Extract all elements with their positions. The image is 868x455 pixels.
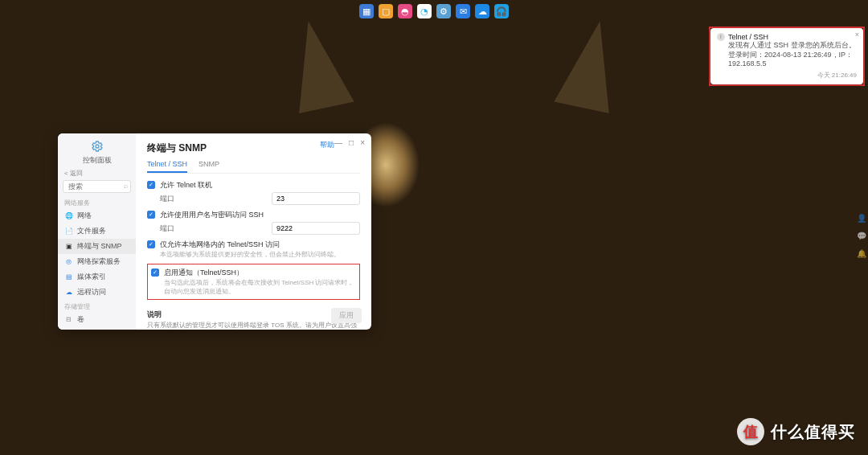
notification-body: 发现有人通过 SSH 登录您的系统后台。登录时间：2024-08-13 21:2… xyxy=(728,41,857,69)
label-telnet: 允许 Telnet 联机 xyxy=(160,180,360,191)
dock-app-clock[interactable]: ◔ xyxy=(417,4,432,18)
dock-app-support[interactable]: 🎧 xyxy=(494,4,509,18)
help-link[interactable]: 帮助 xyxy=(320,140,334,150)
checkbox-telnet[interactable]: ✓ xyxy=(147,181,155,189)
dock-app-chat[interactable]: ☁ xyxy=(475,4,489,18)
sidebar-item-file-service[interactable]: 📄文件服务 xyxy=(58,223,136,239)
sidebar-group-storage: 存储管理 xyxy=(58,300,136,312)
row-local-only: ✓ 仅允许本地网络内的 Telnet/SSH 访问 本选项能够为系统提供更好的安… xyxy=(147,240,360,259)
input-ssh-port[interactable] xyxy=(272,222,360,235)
notification-time: 今天 21:26:49 xyxy=(717,71,857,80)
svg-point-0 xyxy=(96,145,99,148)
sidebar-item-discovery[interactable]: ◎网络探索服务 xyxy=(58,254,136,269)
checkbox-local-only[interactable]: ✓ xyxy=(147,240,155,248)
label-notify: 启用通知（Telnet/SSH） xyxy=(164,268,356,278)
info-icon: i xyxy=(717,33,725,41)
sidebar-item-remote-access[interactable]: ☁远程访问 xyxy=(58,285,136,300)
tabs: Telnet / SSH SNMP xyxy=(147,160,360,174)
notification-card[interactable]: × iTelnet / SSH 发现有人通过 SSH 登录您的系统后台。登录时间… xyxy=(710,28,863,84)
watermark-badge-icon: 值 xyxy=(737,418,764,445)
sidebar-item-terminal-snmp[interactable]: ▣终端与 SNMP xyxy=(58,239,136,254)
label-local-only: 仅允许本地网络内的 Telnet/SSH 访问 xyxy=(160,240,360,250)
search-input[interactable] xyxy=(63,180,131,193)
description-heading: 说明 xyxy=(147,309,360,320)
sidebar-search: ⌕ xyxy=(63,180,131,193)
dock-app-calendar[interactable]: ▦ xyxy=(359,4,374,18)
dock-app-settings[interactable]: ⚙ xyxy=(436,4,451,18)
description-text: 只有系统默认的管理员才可以使用终端登录 TOS 系统。请为用户设置高强度的密码以… xyxy=(147,322,360,330)
right-rail: 👤 💬 🔔 xyxy=(857,214,866,259)
sidebar-item-volume[interactable]: ⊟卷 xyxy=(58,312,136,327)
rail-notify-icon[interactable]: 🔔 xyxy=(857,249,866,259)
notification-close-icon[interactable]: × xyxy=(855,31,859,39)
top-dock: ▦ ▢ ◓ ◔ ⚙ ✉ ☁ 🎧 xyxy=(358,2,510,20)
label-ssh: 允许使用用户名与密码访问 SSH xyxy=(160,210,360,220)
dock-app-mail[interactable]: ✉ xyxy=(456,4,470,18)
input-telnet-port[interactable] xyxy=(272,192,360,205)
label-port2: 端口 xyxy=(160,223,179,234)
row-ssh: ✓ 允许使用用户名与密码访问 SSH 端口 xyxy=(147,210,360,235)
watermark: 值 什么值得买 xyxy=(737,418,855,445)
sidebar: 控制面板 < 返回 ⌕ 网络服务 🌐网络 📄文件服务 ▣终端与 SNMP ◎网络… xyxy=(58,133,136,330)
sidebar-item-media-index[interactable]: ▤媒体索引 xyxy=(58,269,136,285)
dock-app-files[interactable]: ▢ xyxy=(379,4,393,18)
control-panel-window: — □ × 控制面板 < 返回 ⌕ 网络服务 🌐网络 📄文件服务 ▣终端与 SN… xyxy=(58,133,371,330)
sidebar-item-network[interactable]: 🌐网络 xyxy=(58,208,136,223)
description-block: 说明 只有系统默认的管理员才可以使用终端登录 TOS 系统。请为用户设置高强度的… xyxy=(147,309,360,330)
sub-notify: 当勾选此选项后，系统将会在每次接收到 Telnet/SSH 访问请求时，自动向您… xyxy=(164,279,356,296)
row-telnet: ✓ 允许 Telnet 联机 端口 xyxy=(147,180,360,205)
sidebar-title: 控制面板 xyxy=(58,155,136,166)
dock-app-photos[interactable]: ◓ xyxy=(398,4,412,18)
rail-user-icon[interactable]: 👤 xyxy=(857,214,866,223)
checkbox-ssh[interactable]: ✓ xyxy=(147,211,155,219)
apply-button[interactable]: 应用 xyxy=(331,308,362,323)
sidebar-group-network: 网络服务 xyxy=(58,196,136,208)
notification-title: Telnet / SSH xyxy=(728,33,768,41)
watermark-text: 什么值得买 xyxy=(771,421,855,443)
tab-telnet-ssh[interactable]: Telnet / SSH xyxy=(147,160,187,173)
search-icon[interactable]: ⌕ xyxy=(124,182,128,190)
content-pane: 帮助 终端与 SNMP Telnet / SSH SNMP ✓ 允许 Telne… xyxy=(136,133,371,330)
notify-highlight: ✓ 启用通知（Telnet/SSH） 当勾选此选项后，系统将会在每次接收到 Te… xyxy=(147,264,360,300)
gear-icon xyxy=(58,138,136,155)
tab-snmp[interactable]: SNMP xyxy=(199,160,219,173)
notification-highlight: × iTelnet / SSH 发现有人通过 SSH 登录您的系统后台。登录时间… xyxy=(709,27,865,86)
label-port: 端口 xyxy=(160,194,179,204)
sidebar-back[interactable]: < 返回 xyxy=(58,169,136,178)
sub-local-only: 本选项能够为系统提供更好的安全性，但会禁止外部访问终端。 xyxy=(160,251,360,259)
checkbox-notify[interactable]: ✓ xyxy=(151,268,159,277)
rail-chat-icon[interactable]: 💬 xyxy=(857,232,866,241)
